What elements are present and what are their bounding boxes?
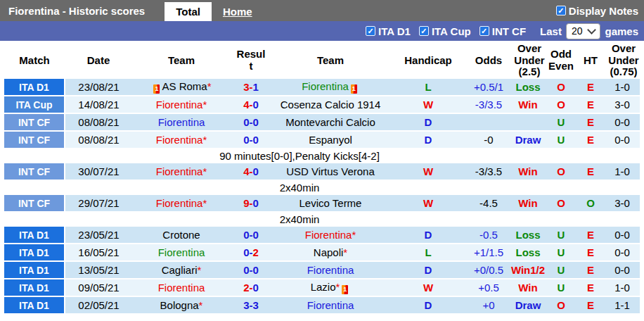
star-marker: * <box>202 165 207 177</box>
odds-result: Loss <box>510 79 546 96</box>
away-team: Lazio*1 <box>271 279 389 296</box>
odds-result: Win <box>510 279 546 296</box>
match-date: 30/07/21 <box>65 163 132 180</box>
home-team: Fiorentina <box>132 113 231 131</box>
handicap-value: +0 <box>467 296 510 314</box>
home-team-name: Crotone <box>162 229 200 241</box>
table-header: MatchDateTeamResultTeamHandicapOddsOver … <box>4 42 640 79</box>
home-team-name: Fiorentina <box>156 197 203 209</box>
home-score: 2- <box>243 282 252 294</box>
star-marker: * <box>336 281 340 293</box>
note-text: 2x40min <box>132 212 467 226</box>
last-games-value: 20 <box>572 25 583 37</box>
filterbar: ITA D1 ITA Cup INT CF Last 20 games <box>0 21 644 41</box>
checkbox-icon[interactable] <box>419 26 429 36</box>
note-date-blank <box>65 149 132 163</box>
home-team-name: Cagliari <box>162 264 198 276</box>
score: 0-2 <box>231 244 271 261</box>
match-row: ITA D123/08/211AS Roma*3-1Fiorentina1L+0… <box>4 79 640 96</box>
match-date: 13/05/21 <box>65 261 132 279</box>
tab-home[interactable]: Home <box>212 2 264 21</box>
column-header: Odds <box>467 42 510 79</box>
home-team: Fiorentina* <box>132 131 231 149</box>
handicap-value: +0.5 <box>467 279 510 296</box>
odd-even: E <box>577 279 605 296</box>
score: 3-3 <box>231 296 271 314</box>
league-badge: INT CF <box>4 113 65 131</box>
display-notes-checkbox-icon[interactable] <box>556 6 566 15</box>
away-team-name: Fiorentina <box>307 299 354 311</box>
titlebar: Fiorentina - Historic scores Total Home … <box>0 0 644 21</box>
last-label: Last <box>540 25 562 37</box>
note-league-blank <box>4 149 65 163</box>
note-text: 2x40min <box>132 180 467 194</box>
column-header: Result <box>231 42 271 79</box>
home-team: Crotone <box>132 226 231 244</box>
match-row: INT CF30/07/21Fiorentina*4-0USD Virtus V… <box>4 163 640 180</box>
odd-even: E <box>577 261 605 279</box>
checkbox-icon[interactable] <box>479 26 489 36</box>
star-marker: * <box>198 264 202 276</box>
handicap-value <box>467 113 510 131</box>
last-games-select[interactable]: 20 <box>566 23 601 39</box>
away-team-name: USD Virtus Verona <box>286 165 375 177</box>
home-team: Bologna* <box>132 296 231 314</box>
half-time-score: 0-0 <box>605 261 640 279</box>
result-letter: W <box>389 194 467 212</box>
filter-checkbox-ita-cup[interactable]: ITA Cup <box>419 25 471 37</box>
odd-even: O <box>577 194 605 212</box>
home-score: 3- <box>243 299 252 311</box>
half-time-score: 0-0 <box>605 113 640 131</box>
home-team-name: Fiorentina <box>156 99 203 111</box>
over-under-2-5: O <box>546 296 577 314</box>
table-body: ITA D123/08/211AS Roma*3-1Fiorentina1L+0… <box>4 79 640 314</box>
red-card-icon: 1 <box>342 285 348 294</box>
page-title: Fiorentina - Historic scores <box>0 5 165 17</box>
checkbox-icon[interactable] <box>366 26 375 36</box>
odd-even: E <box>577 131 605 149</box>
result-letter: D <box>389 131 467 149</box>
odds-result: Win <box>510 163 546 180</box>
column-header: Date <box>65 42 132 79</box>
odds-result: Loss <box>510 226 546 244</box>
filter-checkbox-ita-d1[interactable]: ITA D1 <box>366 25 411 37</box>
column-header: Match <box>4 42 65 79</box>
league-badge: ITA D1 <box>4 261 65 279</box>
half-time-score: 1-0 <box>605 79 640 96</box>
match-date: 08/08/21 <box>65 113 132 131</box>
home-team-name: Bologna <box>160 299 199 311</box>
away-score: 0 <box>253 229 259 241</box>
home-team-name: Fiorentina <box>158 246 205 258</box>
display-notes-toggle[interactable]: Display Notes <box>556 5 644 17</box>
odds-result: Win1/2 <box>510 261 546 279</box>
over-under-2-5: U <box>546 244 577 261</box>
tab-total[interactable]: Total <box>165 2 212 21</box>
home-score: 4- <box>243 165 252 177</box>
away-score: 3 <box>253 299 259 311</box>
match-row: INT CF08/08/21Fiorentina*0-0EspanyolD-0D… <box>4 131 640 149</box>
score: 4-0 <box>231 96 271 113</box>
score: 0-0 <box>231 131 271 149</box>
column-header: Over Under (2.5) <box>510 42 546 79</box>
odds-result: Draw <box>510 131 546 149</box>
match-row: ITA Cup14/08/21Fiorentina*4-0Cosenza Cal… <box>4 96 640 113</box>
half-time-score: 1-0 <box>605 163 640 180</box>
note-row: 2x40min <box>4 180 640 194</box>
match-date: 16/05/21 <box>65 244 132 261</box>
away-team: USD Virtus Verona <box>271 163 389 180</box>
column-header: Handicap <box>389 42 467 79</box>
filter-checkbox-int-cf[interactable]: INT CF <box>479 25 526 37</box>
score: 0-0 <box>231 261 271 279</box>
half-time-score: 3-0 <box>605 194 640 212</box>
score: 0-0 <box>231 226 271 244</box>
home-score: 0- <box>243 116 252 128</box>
match-date: 14/08/21 <box>65 96 132 113</box>
column-header: Over Under (0.75) <box>605 42 640 79</box>
column-header: Odd Even <box>546 42 577 79</box>
away-score: 0 <box>253 282 259 294</box>
league-badge: ITA D1 <box>4 296 65 314</box>
away-team: Fiorentina <box>271 296 389 314</box>
home-score: 4- <box>243 99 252 111</box>
away-score: 0 <box>253 197 259 209</box>
star-marker: * <box>202 99 207 111</box>
